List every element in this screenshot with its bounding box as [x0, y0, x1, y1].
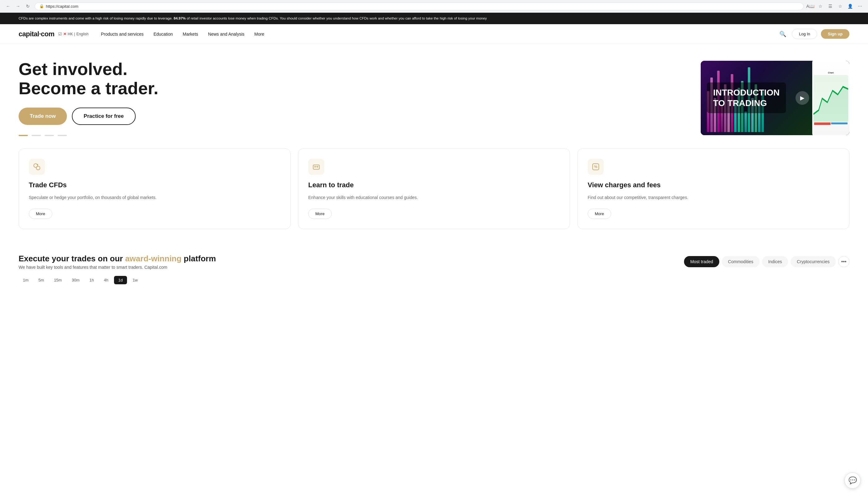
intro-text-block: INTRODUCTION TO TRADING — [707, 82, 786, 113]
platform-title-post: platform — [181, 254, 216, 263]
time-tab-30m[interactable]: 30m — [67, 276, 84, 284]
back-button[interactable]: ← — [4, 2, 12, 11]
trade-cfds-desc: Speculate or hedge your portfolio, on th… — [29, 194, 280, 201]
time-tab-15m[interactable]: 15m — [50, 276, 66, 284]
search-button[interactable]: 🔍 — [777, 29, 788, 40]
feature-cards-section: Trade CFDs Speculate or hedge your portf… — [0, 149, 868, 241]
main-navigation: capital·com ☑ ✕ HK | English Products an… — [0, 24, 868, 44]
browser-nav-buttons: ← → ↻ — [4, 2, 32, 11]
site-logo[interactable]: capital·com — [19, 30, 54, 38]
separator: | — [74, 32, 75, 36]
platform-title: Execute your trades on our award-winning… — [19, 254, 216, 264]
url-text: https://capital.com — [46, 4, 78, 9]
hero-title-line1: Get involved. — [19, 59, 128, 79]
collections-button[interactable]: ☰ — [826, 2, 835, 11]
charges-fees-icon: % — [588, 159, 604, 175]
hero-content: Get involved. Become a trader. Trade now… — [19, 60, 688, 136]
platform-title-highlight: award-winning — [125, 254, 181, 263]
charges-fees-card: % View charges and fees Find out about o… — [577, 149, 849, 229]
learn-trade-title: Learn to trade — [308, 181, 560, 189]
platform-section: Execute your trades on our award-winning… — [0, 242, 868, 291]
refresh-button[interactable]: ↻ — [23, 2, 32, 11]
time-tab-1h[interactable]: 1h — [85, 276, 98, 284]
charges-fees-title: View charges and fees — [588, 181, 839, 189]
reader-mode-button[interactable]: A📖 — [806, 2, 815, 11]
nav-more[interactable]: More — [254, 30, 264, 38]
market-tab-cryptocurrencies[interactable]: Cryptocurrencies — [790, 256, 836, 267]
svg-point-1 — [36, 166, 40, 170]
hero-section: Get involved. Become a trader. Trade now… — [0, 44, 868, 149]
learn-trade-desc: Enhance your skills with educational cou… — [308, 194, 560, 201]
learn-trade-more-button[interactable]: More — [308, 208, 332, 219]
learn-trade-icon — [308, 159, 324, 175]
svg-rect-4 — [313, 165, 319, 169]
hero-title: Get involved. Become a trader. — [19, 60, 688, 98]
hero-image: INTRODUCTION TO TRADING ▶ Chart — [701, 61, 849, 135]
platform-title-pre: Execute your trades on our — [19, 254, 125, 263]
mini-chart — [814, 75, 848, 122]
play-button[interactable]: ▶ — [795, 91, 809, 105]
timeframe-tabs: 1m 5m 15m 30m 1h 4h 1d 1w — [19, 276, 849, 284]
close-icon: ✕ — [63, 32, 67, 36]
hero-buttons: Trade now Practice for free — [19, 108, 688, 125]
browser-actions: A📖 ☆ ☰ ☆ 👤 ⋯ — [806, 2, 864, 11]
market-tab-commodities[interactable]: Commodities — [722, 256, 759, 267]
warning-bold: 84.97% — [174, 16, 186, 20]
time-tab-4h[interactable]: 4h — [99, 276, 112, 284]
favorites-button[interactable]: ☆ — [816, 2, 825, 11]
browser-chrome: ← → ↻ 🔒 https://capital.com A📖 ☆ ☰ ☆ 👤 ⋯ — [0, 0, 868, 13]
platform-subtitle: We have built key tools and features tha… — [19, 265, 216, 270]
charges-fees-more-button[interactable]: More — [588, 208, 611, 219]
signup-button[interactable]: Sign up — [821, 29, 849, 39]
market-tab-indices[interactable]: Indices — [762, 256, 788, 267]
address-bar[interactable]: 🔒 https://capital.com — [35, 2, 804, 10]
nav-education[interactable]: Education — [153, 30, 173, 38]
phone-mockup: Chart — [812, 61, 849, 135]
browser-more-button[interactable]: ⋯ — [856, 2, 864, 11]
time-tab-1w[interactable]: 1w — [128, 276, 142, 284]
svg-text:%: % — [594, 165, 598, 169]
forward-button[interactable]: → — [14, 2, 22, 11]
checkbox-icon: ☑ — [58, 32, 62, 36]
time-tab-1m[interactable]: 1m — [19, 276, 33, 284]
trade-now-button[interactable]: Trade now — [19, 108, 67, 125]
warning-banner: CFDs are complex instruments and come wi… — [0, 13, 868, 24]
platform-title-block: Execute your trades on our award-winning… — [19, 254, 216, 270]
warning-text-pre: CFDs are complex instruments and come wi… — [19, 16, 173, 20]
charges-fees-desc: Find out about our competitive, transpar… — [588, 194, 839, 201]
time-tab-1d[interactable]: 1d — [114, 276, 127, 284]
nav-links: Products and services Education Markets … — [101, 30, 777, 38]
profile-button[interactable]: 👤 — [846, 2, 854, 11]
platform-header: Execute your trades on our award-winning… — [19, 254, 849, 270]
language-label: English — [76, 32, 88, 36]
trade-cfds-title: Trade CFDs — [29, 181, 280, 189]
intro-title-line1: INTRODUCTION — [713, 88, 780, 98]
login-button[interactable]: Log In — [792, 29, 817, 39]
warning-text-post: of retail investor accounts lose money w… — [187, 16, 487, 20]
trade-cfds-more-button[interactable]: More — [29, 208, 52, 219]
market-tabs-more-button[interactable]: ••• — [838, 256, 849, 267]
market-tab-most-traded[interactable]: Most traded — [684, 256, 719, 267]
time-tab-5m[interactable]: 5m — [34, 276, 48, 284]
practice-for-free-button[interactable]: Practice for free — [72, 108, 135, 125]
slide-dot-1[interactable] — [19, 135, 28, 136]
trade-cfds-icon — [29, 159, 45, 175]
region-label: HK — [68, 32, 73, 36]
market-tabs: Most traded Commodities Indices Cryptocu… — [684, 256, 849, 267]
region-selector[interactable]: ☑ ✕ HK | English — [58, 32, 89, 36]
slide-dot-2[interactable] — [32, 135, 41, 136]
nav-products-services[interactable]: Products and services — [101, 30, 144, 38]
learn-trade-card: Learn to trade Enhance your skills with … — [298, 149, 570, 229]
nav-news-analysis[interactable]: News and Analysis — [208, 30, 245, 38]
hero-title-line2: Become a trader. — [19, 78, 158, 98]
share-button[interactable]: ☆ — [836, 2, 845, 11]
slide-dot-3[interactable] — [45, 135, 54, 136]
slider-dots — [19, 135, 688, 136]
intro-title-line2: TO TRADING — [713, 98, 780, 108]
phone-screen: Chart — [812, 61, 849, 135]
trade-cfds-card: Trade CFDs Speculate or hedge your portf… — [19, 149, 291, 229]
lock-icon: 🔒 — [39, 4, 44, 9]
slide-dot-4[interactable] — [58, 135, 67, 136]
nav-markets[interactable]: Markets — [183, 30, 198, 38]
nav-actions: 🔍 Log In Sign up — [777, 29, 849, 40]
